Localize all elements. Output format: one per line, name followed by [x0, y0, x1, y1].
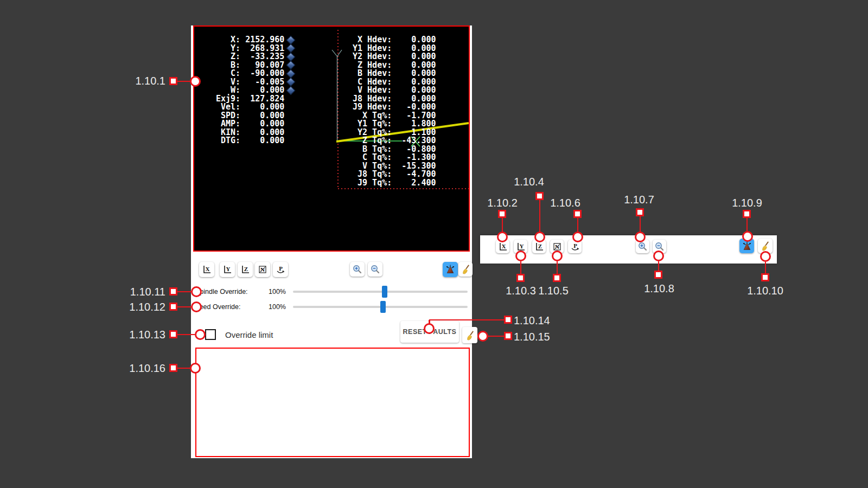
svg-text:Y: Y	[519, 242, 524, 249]
callout-marker-square	[761, 273, 769, 281]
broom-icon	[465, 330, 475, 341]
axis-arrowhead	[332, 50, 337, 56]
svg-text:X: X	[206, 266, 210, 272]
callout-marker-square	[169, 364, 177, 372]
callout-line	[177, 334, 195, 336]
spindle-override-slider-handle[interactable]	[382, 286, 387, 298]
feed-override-label: Feed Override:	[195, 303, 240, 311]
callout-marker-square	[504, 316, 512, 324]
svg-text:Y: Y	[226, 266, 231, 272]
spindle-override-slider[interactable]	[293, 291, 468, 293]
view-y-icon: Y	[516, 242, 526, 252]
override-limit-checkbox[interactable]	[205, 329, 216, 340]
feed-override-slider-handle[interactable]	[380, 301, 386, 313]
axis-jog-diamond-icon	[286, 61, 296, 70]
zoom-in-magnifier-icon	[353, 265, 362, 274]
callout-line	[557, 261, 558, 274]
callout-circle	[195, 329, 206, 340]
view-z-button[interactable]: Z	[238, 262, 253, 277]
callout-circle	[653, 251, 664, 261]
view-perspective-icon: P	[570, 242, 580, 252]
callout-label: 1.10.8	[627, 282, 692, 295]
backplot-view[interactable]: X:2152.960 Y:268.931 Z:-33.235 B:90.007 …	[193, 25, 470, 252]
callout-circle	[190, 363, 201, 374]
callout-circle	[191, 301, 202, 312]
status-value: 0.000	[240, 137, 284, 145]
view-z-rotated-icon: N	[552, 242, 562, 252]
callout-circle	[424, 323, 435, 334]
view-x-button[interactable]: X	[199, 262, 214, 277]
svg-text:Z: Z	[244, 266, 248, 272]
callout-circle	[742, 231, 753, 242]
callout-line	[640, 216, 641, 233]
view-perspective-icon: P	[276, 265, 285, 274]
callout-marker-square	[636, 208, 644, 216]
callout-label: 1.10.13	[103, 328, 165, 341]
broom-icon	[461, 264, 471, 274]
view-perspective-button[interactable]: P	[273, 262, 288, 277]
dro-status-block: Exj9:127.824 Vel:0.000 SPD:0.000 AMP:0.0…	[216, 95, 284, 145]
callout-marker-square	[743, 210, 751, 218]
callout-label: 1.10.5	[521, 284, 586, 297]
callout-line	[177, 306, 191, 308]
clear-backplot-button[interactable]	[458, 262, 473, 277]
callout-marker-square	[169, 287, 177, 296]
dro-axis-block: X:2152.960 Y:268.931 Z:-33.235 B:90.007 …	[216, 36, 294, 95]
callout-line	[429, 319, 504, 321]
callout-marker-square	[169, 303, 177, 311]
tool-cone-icon	[742, 241, 752, 252]
callout-marker-square	[516, 274, 525, 282]
callout-label: 1.10.7	[607, 193, 672, 206]
callout-label: 1.10.1	[103, 74, 165, 87]
zoom-in-button[interactable]	[350, 262, 365, 277]
view-z-icon: Z	[240, 265, 250, 274]
feed-override-value: 100%	[260, 303, 286, 311]
view-x-icon: X	[202, 265, 212, 274]
callout-circle	[190, 76, 201, 87]
callout-label: 1.10.10	[731, 284, 799, 297]
view-y-button[interactable]: Y	[220, 262, 235, 277]
view-x-icon: X	[498, 242, 508, 252]
deviation-label: J9 Tq%:	[353, 179, 392, 188]
zoom-out-button[interactable]	[368, 262, 382, 277]
view-z-rotated-button[interactable]: N	[255, 262, 270, 277]
svg-text:P: P	[279, 265, 283, 272]
clear-notifications-button[interactable]	[462, 327, 477, 343]
view-y-icon: Y	[222, 265, 232, 274]
callout-line	[658, 261, 660, 271]
callout-label: 1.10.14	[514, 314, 579, 327]
callout-label: 1.10.15	[514, 330, 579, 343]
spindle-override-value: 100%	[260, 288, 286, 296]
callout-circle	[497, 232, 508, 242]
zoom-out-magnifier-icon	[655, 242, 664, 251]
callout-label: 1.10.6	[533, 196, 598, 209]
callout-label: 1.10.12	[103, 300, 165, 313]
callout-line	[577, 218, 579, 233]
callout-circle	[635, 232, 646, 242]
callout-label: 1.10.2	[470, 196, 535, 209]
callout-line	[520, 261, 522, 274]
callout-line	[502, 218, 503, 233]
broom-icon	[760, 241, 770, 251]
axis-jog-diamond-icon	[286, 86, 296, 95]
callout-line	[488, 336, 504, 337]
dro-status-row: DTG:0.000	[216, 137, 284, 145]
callout-circle	[760, 251, 771, 262]
callout-marker-square	[504, 332, 512, 340]
status-label: DTG:	[216, 137, 240, 145]
callout-marker-square	[553, 274, 561, 282]
callout-label: 1.10.4	[496, 175, 561, 188]
callout-circle	[477, 331, 488, 342]
dro-deviation-block: X Hdev:0.000 Y1 Hdev:0.000 Y2 Hdev:0.000…	[353, 36, 436, 187]
callout-line	[765, 262, 767, 273]
axis-jog-diamond-icon	[286, 35, 296, 44]
svg-text:X: X	[501, 242, 506, 249]
callout-line	[177, 368, 191, 369]
tool-cone-icon	[445, 264, 456, 275]
show-tool-button[interactable]	[443, 262, 458, 277]
axis-jog-diamond-icon	[286, 44, 296, 53]
callout-circle	[191, 286, 202, 297]
callout-circle	[552, 251, 563, 261]
notification-panel	[195, 348, 470, 457]
zoom-out-magnifier-icon	[371, 265, 380, 274]
